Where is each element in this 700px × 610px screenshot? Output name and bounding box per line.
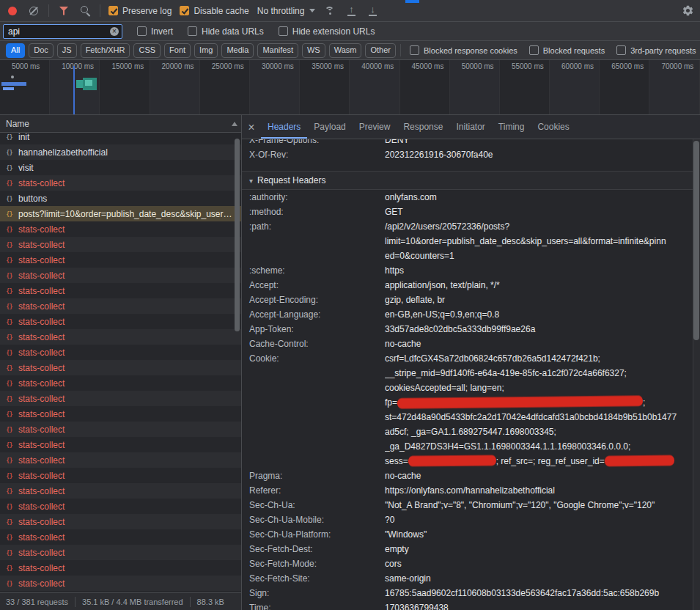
header-row: :path:/api2/v2/users/20572336/posts? lim…	[242, 219, 700, 263]
network-conditions-button[interactable]	[323, 4, 336, 18]
throttling-value: No throttling	[257, 6, 305, 16]
header-name: :scheme:	[242, 263, 385, 278]
checkbox-blocked-response-cookies[interactable]: Blocked response cookies	[410, 45, 517, 55]
request-row[interactable]: {}stats-collect	[0, 514, 241, 529]
timeline-overview[interactable]: 5000 ms10000 ms15000 ms20000 ms25000 ms3…	[0, 60, 700, 115]
request-row[interactable]: {}init	[0, 133, 241, 144]
hide-extension-urls-checkbox[interactable]: Hide extension URLs	[279, 26, 375, 37]
request-row[interactable]: {}stats-collect	[0, 345, 241, 360]
details-scrollbar-track[interactable]	[693, 139, 700, 610]
timeline-tick: 15000 ms	[100, 60, 150, 114]
filter-input-value: api	[8, 26, 107, 37]
filter-chip-fetch-xhr[interactable]: Fetch/XHR	[81, 43, 130, 58]
filter-chip-other[interactable]: Other	[365, 43, 396, 58]
filter-chip-manifest[interactable]: Manifest	[257, 43, 298, 58]
tab-headers[interactable]: Headers	[261, 116, 307, 139]
request-list-scrollbar-thumb[interactable]	[235, 139, 240, 331]
request-row[interactable]: {}stats-collect	[0, 529, 241, 545]
preserve-log-checkbox[interactable]: Preserve log	[108, 6, 172, 16]
json-file-icon: {}	[4, 395, 14, 403]
filter-chip-doc[interactable]: Doc	[29, 43, 54, 58]
filter-chip-js[interactable]: JS	[57, 43, 77, 58]
header-value: en-GB,en-US;q=0.9,en;q=0.8	[385, 307, 700, 322]
filter-chip-img[interactable]: Img	[194, 43, 218, 58]
header-row: X-Of-Rev:202312261916-30670fa40e	[242, 147, 700, 162]
header-value: "Windows"	[385, 527, 700, 542]
request-row[interactable]: {}stats-collect	[0, 560, 241, 576]
request-name: stats-collect	[18, 271, 65, 281]
disable-cache-checkbox[interactable]: Disable cache	[180, 6, 248, 16]
request-row[interactable]: {}stats-collect	[0, 314, 241, 329]
filter-chip-media[interactable]: Media	[221, 43, 254, 58]
filter-toggle-button[interactable]	[57, 4, 70, 18]
status-bar: 33 / 381 requests 35.1 kB / 4.4 MB trans…	[0, 592, 241, 610]
request-name: stats-collect	[18, 548, 65, 558]
request-row[interactable]: {}stats-collect	[0, 391, 241, 406]
close-details-button[interactable]: ×	[242, 115, 261, 139]
request-row[interactable]: {}stats-collect	[0, 468, 241, 483]
filter-input[interactable]: api ×	[3, 24, 122, 39]
name-column-header[interactable]: Name	[0, 115, 241, 133]
checkbox-icon	[529, 45, 539, 55]
request-row[interactable]: {}stats-collect	[0, 252, 241, 268]
record-button[interactable]	[6, 4, 19, 18]
request-row[interactable]: {}buttons	[0, 191, 241, 206]
export-har-button[interactable]: ↓	[366, 4, 379, 18]
record-icon	[8, 7, 17, 15]
request-row[interactable]: {}stats-collect	[0, 237, 241, 252]
header-value: "Not_A Brand";v="8", "Chromium";v="120",…	[385, 498, 700, 512]
request-row[interactable]: {}stats-collect	[0, 360, 241, 375]
filter-chip-font[interactable]: Font	[164, 43, 191, 58]
request-row[interactable]: {}hannahelizabethofficial	[0, 144, 241, 160]
scroll-up-arrow-icon[interactable]	[232, 122, 237, 126]
request-row[interactable]: {}stats-collect	[0, 375, 241, 391]
settings-button[interactable]	[681, 4, 694, 18]
clear-button[interactable]	[27, 4, 40, 18]
tab-timing[interactable]: Timing	[492, 116, 531, 139]
request-row[interactable]: {}stats-collect	[0, 545, 241, 560]
invert-checkbox[interactable]: Invert	[137, 26, 173, 37]
header-name: Accept-Encoding:	[242, 293, 385, 307]
tab-response[interactable]: Response	[397, 116, 449, 139]
hide-data-urls-checkbox[interactable]: Hide data URLs	[188, 26, 264, 37]
json-file-icon: {}	[4, 503, 14, 510]
request-row[interactable]: {}stats-collect	[0, 329, 241, 345]
filter-chip-css[interactable]: CSS	[133, 43, 161, 58]
request-row[interactable]: {}stats-collect	[0, 483, 241, 499]
clear-filter-icon[interactable]: ×	[110, 27, 119, 36]
tab-preview[interactable]: Preview	[353, 116, 397, 139]
request-row[interactable]: {}stats-collect	[0, 422, 241, 437]
checkbox-3rd-party-requests[interactable]: 3rd-party requests	[616, 45, 696, 55]
request-row[interactable]: {}stats-collect	[0, 283, 241, 298]
timeline-tick: 65000 ms	[600, 60, 649, 114]
request-headers-section-header[interactable]: ▾ Request Headers	[242, 171, 700, 190]
header-row: App-Token:33d57ade8c02dbc5a333db99ff9ae2…	[242, 322, 700, 337]
request-row[interactable]: {}stats-collect	[0, 452, 241, 468]
request-row[interactable]: {}stats-collect	[0, 298, 241, 314]
filter-chip-wasm[interactable]: Wasm	[329, 43, 362, 58]
throttling-select[interactable]: No throttling	[257, 6, 316, 16]
header-value: DENY	[385, 139, 700, 147]
checkbox-blocked-requests[interactable]: Blocked requests	[529, 45, 605, 55]
import-har-button[interactable]: ↑	[345, 4, 358, 18]
request-row[interactable]: {}posts?limit=10&order=publish_date_desc…	[0, 206, 241, 221]
filter-chip-all[interactable]: All	[6, 43, 25, 58]
request-row[interactable]: {}stats-collect	[0, 576, 241, 591]
details-scrollbar-thumb[interactable]	[693, 141, 699, 340]
request-row[interactable]: {}stats-collect	[0, 437, 241, 452]
toolbar-divider	[48, 4, 49, 17]
search-button[interactable]	[78, 4, 92, 18]
request-row[interactable]: {}stats-collect	[0, 499, 241, 514]
resource-type-chips: AllDocJSFetch/XHRCSSFontImgMediaManifest…	[6, 43, 396, 58]
request-row[interactable]: {}stats-collect	[0, 221, 241, 237]
tab-payload[interactable]: Payload	[307, 116, 352, 139]
request-row[interactable]: {}stats-collect	[0, 406, 241, 422]
tab-cookies[interactable]: Cookies	[531, 116, 575, 139]
json-file-icon: {}	[4, 364, 14, 372]
filter-chip-ws[interactable]: WS	[302, 43, 325, 58]
tab-initiator[interactable]: Initiator	[449, 116, 491, 139]
request-name: visit	[18, 163, 34, 173]
request-row[interactable]: {}stats-collect	[0, 175, 241, 191]
request-row[interactable]: {}stats-collect	[0, 268, 241, 283]
request-row[interactable]: {}visit	[0, 160, 241, 175]
